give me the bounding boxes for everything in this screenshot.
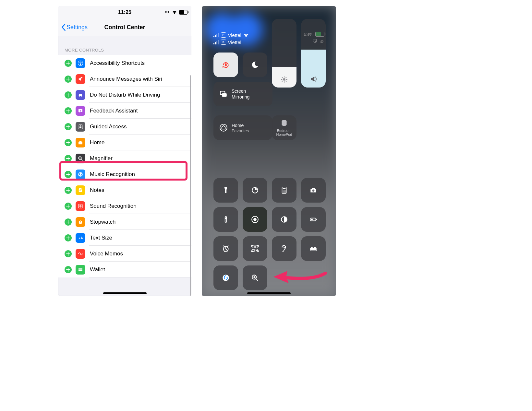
signal-bars-icon <box>213 40 219 44</box>
screenrecord-icon <box>251 215 259 224</box>
qrcode-tile[interactable] <box>243 236 267 261</box>
add-button[interactable] <box>65 91 72 99</box>
control-label: Stopwatch <box>90 219 115 225</box>
calculator-icon <box>280 186 288 194</box>
camera-icon <box>309 186 318 194</box>
add-button[interactable] <box>65 60 72 67</box>
alarm-icon <box>222 244 230 253</box>
calculator-tile[interactable] <box>272 178 296 203</box>
moon-icon <box>251 61 259 69</box>
camera-tile[interactable] <box>301 178 326 203</box>
control-label: Notes <box>90 187 104 194</box>
add-button[interactable] <box>65 155 72 162</box>
flashlight-icon <box>222 186 230 194</box>
add-button[interactable] <box>65 187 72 194</box>
car-icon <box>76 90 85 100</box>
control-label: Text Size <box>90 235 112 241</box>
darkmode-icon <box>280 215 288 224</box>
control-row-home[interactable]: Home <box>58 135 191 150</box>
control-row-accessibility[interactable]: Accessibility Shortcuts <box>58 55 191 71</box>
add-button[interactable] <box>65 139 72 146</box>
control-row-feedback[interactable]: Feedback Assistant <box>58 103 191 119</box>
add-button[interactable] <box>65 218 72 226</box>
control-row-magnifier[interactable]: Magnifier <box>58 150 191 166</box>
remote-icon <box>222 215 230 224</box>
home-tile[interactable]: Home Favorites <box>213 115 272 140</box>
remote-tile[interactable] <box>213 207 238 232</box>
shazam-icon <box>76 170 85 179</box>
orientation-lock-tile[interactable] <box>213 53 238 77</box>
lowpower-tile[interactable] <box>301 207 326 232</box>
screenrecord-tile[interactable] <box>243 207 267 232</box>
shazam-icon <box>222 274 230 282</box>
add-button[interactable] <box>65 266 72 273</box>
control-label: Do Not Disturb While Driving <box>90 92 160 98</box>
shazam-tile[interactable] <box>213 265 238 290</box>
control-row-lock[interactable]: Guided Access <box>58 119 191 135</box>
control-row-textsize[interactable]: Text Size <box>58 230 191 246</box>
darkmode-tile[interactable] <box>272 207 296 232</box>
section-header: MORE CONTROLS <box>58 36 191 55</box>
scrollbar[interactable] <box>190 70 191 296</box>
lock-icon <box>76 122 85 132</box>
homepod-icon <box>280 119 288 127</box>
wifi-icon <box>172 10 177 14</box>
dual-sim-indicator-icon <box>165 11 170 14</box>
add-button[interactable] <box>65 250 72 257</box>
volume-slider[interactable] <box>301 19 326 88</box>
add-button[interactable] <box>65 76 72 83</box>
more-controls-list: Accessibility ShortcutsAnnounce Messages… <box>58 55 191 277</box>
notes-icon <box>76 185 85 195</box>
control-center-screenshot: P Viettel 63% S Viettel <box>202 6 336 296</box>
home-indicator[interactable] <box>247 292 291 294</box>
add-button[interactable] <box>65 234 72 241</box>
control-label: Magnifier <box>90 155 113 162</box>
control-row-sound[interactable]: Sound Recognition <box>58 198 191 214</box>
homepod-tile[interactable]: Bedroom HomePod <box>272 115 296 140</box>
hearing-tile[interactable] <box>272 236 296 261</box>
magnifier-icon <box>76 154 85 163</box>
battery-icon <box>179 10 187 15</box>
home-indicator[interactable] <box>103 292 147 294</box>
magnifier-tile[interactable] <box>243 265 267 290</box>
control-label: Accessibility Shortcuts <box>90 60 145 66</box>
lowpower-icon <box>309 215 318 224</box>
add-button[interactable] <box>65 107 72 114</box>
control-row-notes[interactable]: Notes <box>58 182 191 198</box>
control-label: Announce Messages with Siri <box>90 76 162 82</box>
magnifier-icon <box>251 274 259 282</box>
timer-tile[interactable] <box>243 178 267 203</box>
brightness-slider[interactable] <box>272 19 296 88</box>
signal-bars-icon <box>213 33 219 37</box>
screen-mirroring-tile[interactable]: Screen Mirroring <box>213 82 272 106</box>
control-label: Music Recognition <box>90 171 135 178</box>
add-button[interactable] <box>65 203 72 210</box>
settings-list-scroll[interactable]: MORE CONTROLS Accessibility ShortcutsAnn… <box>58 36 191 296</box>
control-label: Home <box>90 139 104 146</box>
home-icon <box>76 138 85 147</box>
control-row-shazam[interactable]: Music Recognition <box>58 166 191 182</box>
nav-title: Control Center <box>58 24 191 31</box>
home-icon <box>219 123 228 132</box>
control-row-car[interactable]: Do Not Disturb While Driving <box>58 87 191 103</box>
home-subtitle: Favorites <box>232 128 249 133</box>
add-button[interactable] <box>65 123 72 130</box>
sleep-tile[interactable] <box>301 236 326 261</box>
qrcode-icon <box>251 244 259 253</box>
carrier-1: Viettel <box>228 32 241 38</box>
control-row-wallet[interactable]: Wallet <box>58 262 191 277</box>
control-row-voicememo[interactable]: Voice Memos <box>58 246 191 262</box>
sim-badge-2: S <box>221 40 226 45</box>
add-button[interactable] <box>65 171 72 178</box>
alarm-tile[interactable] <box>213 236 238 261</box>
feedback-icon <box>76 106 85 116</box>
accessibility-icon <box>76 58 85 68</box>
volume-icon <box>309 75 317 83</box>
control-label: Sound Recognition <box>90 203 137 209</box>
control-row-stopwatch[interactable]: Stopwatch <box>58 214 191 230</box>
do-not-disturb-tile[interactable] <box>243 53 267 77</box>
wifi-icon <box>243 33 249 37</box>
flashlight-tile[interactable] <box>213 178 238 203</box>
control-row-announce[interactable]: Announce Messages with Siri <box>58 71 191 87</box>
voicememo-icon <box>76 249 85 259</box>
